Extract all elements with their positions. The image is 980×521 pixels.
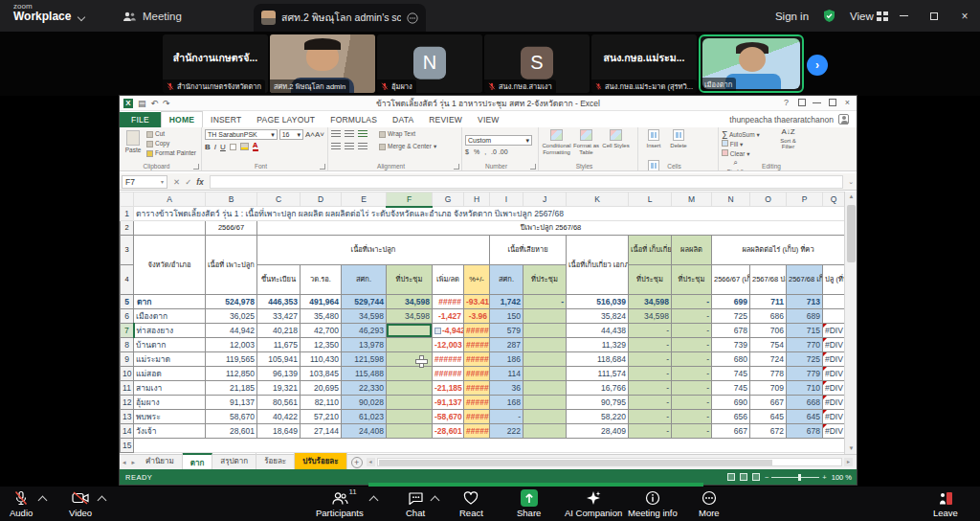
cell-province[interactable]: บ้านตาก: [134, 338, 206, 352]
cell[interactable]: [523, 338, 567, 352]
cell[interactable]: 678: [712, 324, 750, 338]
excel-help-button[interactable]: ?: [779, 96, 793, 109]
shield-check-icon[interactable]: [822, 9, 836, 23]
cell[interactable]: 82,110: [301, 396, 342, 410]
row-number[interactable]: 7: [121, 324, 134, 338]
ribbon-tab-file[interactable]: FILE: [120, 112, 161, 127]
cell[interactable]: 13,978: [342, 338, 387, 352]
cell[interactable]: 42,700: [301, 324, 342, 338]
header-planted-area[interactable]: เนื้อที่เพาะปลูก: [257, 236, 490, 265]
accounting-format-icon[interactable]: $: [465, 148, 469, 155]
row-number[interactable]: 9: [121, 352, 134, 367]
cell[interactable]: 19,321: [257, 381, 301, 396]
sheet-nav-left-icon[interactable]: ◂: [120, 459, 129, 466]
cell[interactable]: #####: [464, 338, 490, 352]
video-tile-4[interactable]: Sสนง.กษอ.สามเงา: [484, 34, 590, 93]
cell[interactable]: -: [629, 396, 672, 410]
cell-province[interactable]: วังเจ้า: [134, 424, 206, 439]
column-header-D[interactable]: D: [301, 193, 342, 207]
number-format-select[interactable]: Custom▾: [465, 135, 532, 146]
cell[interactable]: 80,561: [257, 396, 301, 410]
cell-province[interactable]: พบพระ: [134, 410, 206, 424]
page-layout-view-icon[interactable]: [740, 473, 747, 481]
spreadsheet[interactable]: ABCDEFGHIJKLMNOPQ 1 ตารางข้าวโพดเลี้ยงสั…: [120, 192, 844, 453]
chevron-up-icon[interactable]: [432, 495, 438, 502]
cell[interactable]: [134, 221, 206, 236]
column-header-C[interactable]: C: [257, 193, 301, 207]
cell[interactable]: 713: [787, 295, 823, 309]
column-header-L[interactable]: L: [629, 193, 672, 207]
sheet-nav-right-icon[interactable]: ▸: [129, 459, 139, 466]
chevron-up-icon[interactable]: [39, 495, 46, 502]
cell[interactable]: -: [672, 410, 712, 424]
cell[interactable]: 778: [750, 367, 787, 381]
paste-button[interactable]: Paste: [122, 129, 144, 158]
align-left-icon[interactable]: [331, 143, 341, 150]
cell[interactable]: 645: [750, 410, 787, 424]
cell[interactable]: 168: [490, 396, 523, 410]
cell[interactable]: 21,185: [206, 381, 257, 396]
cell[interactable]: 725: [712, 309, 750, 324]
cell[interactable]: [523, 367, 567, 381]
cell[interactable]: 1,742: [490, 295, 523, 309]
cut-button[interactable]: Cut: [146, 129, 198, 139]
cell[interactable]: 58,670: [206, 410, 257, 424]
cell[interactable]: 91,137: [206, 396, 257, 410]
number-dialog-launcher[interactable]: [530, 164, 536, 170]
undo-icon[interactable]: ↶: [151, 99, 159, 108]
cell[interactable]: 44,942: [206, 324, 257, 338]
column-header-I[interactable]: I: [490, 193, 523, 207]
font-size-select[interactable]: 16▾: [279, 129, 303, 140]
cell[interactable]: 690: [712, 396, 750, 410]
cell[interactable]: 491,964: [301, 295, 342, 309]
video-button[interactable]: Video: [69, 489, 92, 518]
video-tile-6[interactable]: เมืองตาก: [699, 34, 804, 93]
cell[interactable]: 667: [750, 396, 787, 410]
cell[interactable]: 446,353: [257, 295, 301, 309]
next-page-button[interactable]: ›: [807, 55, 828, 76]
cell[interactable]: 739: [712, 338, 750, 352]
cell[interactable]: #DIV: [823, 424, 845, 439]
cell[interactable]: -21,185: [433, 381, 464, 396]
ribbon-tab-page-layout[interactable]: PAGE LAYOUT: [249, 112, 323, 127]
subheader-meeting2[interactable]: ที่ประชุม: [523, 265, 567, 295]
column-header-A[interactable]: A: [134, 193, 206, 207]
name-box[interactable]: F7▾: [122, 175, 167, 189]
header-yield-per-rai[interactable]: ผลผลิตต่อไร่ (เก็บ) ที่คว: [712, 236, 845, 265]
cell[interactable]: -3.96: [464, 309, 490, 324]
row-number[interactable]: 8: [121, 338, 134, 352]
cell[interactable]: #####: [464, 367, 490, 381]
minimize-button[interactable]: [888, 0, 919, 32]
excel-close-button[interactable]: ×: [840, 96, 855, 109]
participants-button[interactable]: 11Participants: [316, 489, 364, 518]
cell[interactable]: 22,330: [342, 381, 387, 396]
borders-button[interactable]: [230, 144, 236, 150]
expand-formula-bar-icon[interactable]: ⌄: [848, 178, 854, 186]
account-name[interactable]: thunpeacha thaeraratchanon: [729, 114, 849, 125]
cell[interactable]: 699: [712, 295, 750, 309]
ai-button[interactable]: AI Companion: [565, 489, 622, 518]
cell[interactable]: 105,941: [257, 352, 301, 367]
cell[interactable]: 90,028: [342, 396, 387, 410]
cell[interactable]: [134, 439, 845, 453]
cell-styles-button[interactable]: Cell Styles: [601, 129, 631, 160]
format-painter-button[interactable]: Format Painter: [146, 148, 198, 158]
save-icon[interactable]: ▤: [138, 99, 146, 108]
delete-cells-button[interactable]: Delete: [666, 129, 691, 160]
ribbon-tab-formulas[interactable]: FORMULAS: [323, 112, 385, 127]
insert-cells-button[interactable]: Insert: [641, 129, 666, 160]
restore-button[interactable]: [919, 0, 949, 32]
row-number[interactable]: 14: [121, 424, 134, 439]
header-damaged-area[interactable]: เนื้อที่เสียหาย: [490, 236, 567, 265]
cell[interactable]: #####: [433, 295, 464, 309]
cell[interactable]: 18,649: [257, 424, 301, 439]
cell[interactable]: -: [629, 324, 672, 338]
chevron-up-icon[interactable]: [370, 495, 377, 502]
zoom-level[interactable]: 100 %: [832, 473, 852, 482]
cell-province[interactable]: อุ้มผาง: [134, 396, 206, 410]
header-planted-unity[interactable]: เนื้อที่ เพาะปลูก เอกภาพ: [206, 236, 257, 295]
font-name-select[interactable]: TH SarabunPSK▾: [205, 129, 278, 140]
header-harvest-area[interactable]: เนื้อที่ เก็บเกี่ยว: [629, 236, 672, 265]
cell[interactable]: 110,430: [301, 352, 342, 367]
column-header-O[interactable]: O: [750, 193, 787, 207]
